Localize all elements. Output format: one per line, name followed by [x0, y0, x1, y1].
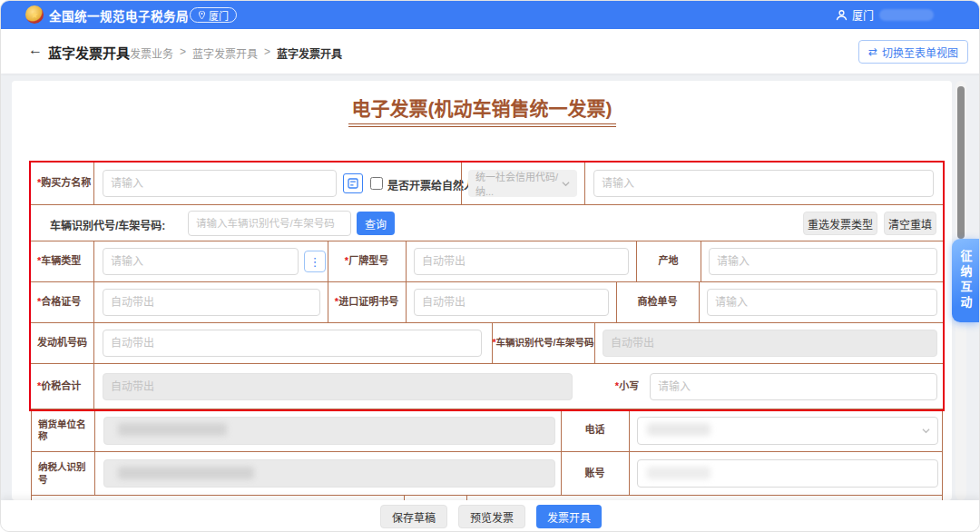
- location-label: 厦门: [209, 8, 229, 23]
- vehicle-type-input[interactable]: [103, 248, 299, 275]
- preview-invoice-button[interactable]: 预览发票: [458, 505, 525, 528]
- total-row: 价税合计 小写: [31, 364, 943, 409]
- certificate-label: 合格证号: [31, 282, 94, 322]
- invoice-form-table: 购买方名称 是否开票给自然人 统一社会信用代码/纳... 车辆识别代号/车架号码…: [31, 163, 943, 500]
- total-input: [103, 373, 573, 400]
- origin-label: 产地: [636, 241, 701, 281]
- taxpayer-row: 纳税人识别号 账号: [31, 452, 943, 496]
- breadcrumb: 发票业务 > 蓝字发票开具 > 蓝字发票开具: [130, 45, 342, 61]
- user-icon: [836, 9, 848, 21]
- vehicle-type-row: 车辆类型 ⋮ 厂牌型号 产地: [31, 241, 943, 282]
- redacted-text: [118, 467, 254, 479]
- breadcrumb-separator: >: [180, 45, 186, 61]
- import-cert-label: 进口证明书号: [328, 282, 407, 322]
- inspection-input[interactable]: [707, 289, 937, 316]
- redacted-text: [647, 423, 710, 436]
- id-type-value: 统一社会信用代码/纳...: [475, 169, 562, 198]
- invoice-panel: 电子发票(机动车销售统一发票) 购买方名称 是否开票给自然人 统一社会信用代码/…: [12, 81, 952, 500]
- switch-view-icon: ⇄: [868, 45, 877, 58]
- certificate-input[interactable]: [103, 289, 320, 316]
- engine-no-label: 发动机号码: [31, 323, 94, 363]
- cell-divider: [461, 163, 462, 204]
- chevron-down-icon: [562, 180, 570, 188]
- redacted-text: [879, 9, 934, 21]
- more-options-button[interactable]: ⋮: [304, 251, 326, 272]
- national-emblem-icon: ★: [25, 5, 44, 24]
- account-label: 账号: [561, 452, 630, 495]
- query-button[interactable]: 查询: [357, 212, 395, 235]
- chevron-down-icon: [922, 427, 930, 435]
- id-type-select[interactable]: 统一社会信用代码/纳...: [468, 170, 577, 197]
- reselect-invoice-type-button[interactable]: 重选发票类型: [803, 212, 877, 235]
- top-bar: ★ 全国统一规范电子税务局 厦门 厦门: [1, 1, 980, 29]
- seller-row: 销货单位名称 电话: [31, 409, 943, 452]
- natural-person-checkbox[interactable]: [370, 177, 383, 190]
- more-options-icon: ⋮: [309, 255, 321, 269]
- import-cert-input[interactable]: [414, 289, 609, 316]
- vehicle-type-label: 车辆类型: [31, 241, 94, 281]
- taxpayer-id-label: 纳税人识别号: [32, 452, 95, 495]
- vin-search-input[interactable]: [188, 211, 351, 236]
- engine-row: 发动机号码 车辆识别代号/车架号码: [31, 323, 943, 364]
- app-window: ★ 全国统一规范电子税务局 厦门 厦门 ← 蓝字发票开具 发票业务 > 蓝字发票…: [0, 0, 980, 532]
- redacted-text: [647, 467, 710, 479]
- figures-label: 小写: [608, 364, 646, 409]
- buyer-name-label: 购买方名称: [31, 163, 94, 204]
- select-buyer-button[interactable]: [343, 173, 363, 193]
- switch-form-view-button[interactable]: ⇄ 切换至表单视图: [858, 40, 968, 64]
- footer-action-bar: 保存草稿 预览发票 发票开具: [1, 500, 980, 532]
- vin-label: 车辆识别代号/车架号码: [492, 323, 595, 363]
- buyer-row: 购买方名称 是否开票给自然人 统一社会信用代码/纳...: [31, 163, 943, 205]
- vin-search-row: 车辆识别代号/车架号码: 查询 重选发票类型 清空重填: [31, 205, 943, 241]
- breadcrumb-separator: >: [264, 45, 270, 61]
- interaction-side-tab[interactable]: 征纳互动: [952, 239, 979, 322]
- total-label: 价税合计: [31, 364, 94, 409]
- vin-input: [603, 330, 937, 357]
- buyer-name-input[interactable]: [103, 170, 337, 197]
- page-title: 蓝字发票开具: [48, 43, 130, 62]
- sub-header: ← 蓝字发票开具 发票业务 > 蓝字发票开具 > 蓝字发票开具 ⇄ 切换至表单视…: [1, 29, 980, 74]
- issue-invoice-button[interactable]: 发票开具: [536, 505, 602, 528]
- phone-label: 电话: [561, 409, 630, 451]
- vin-search-label: 车辆识别代号/车架号码:: [50, 217, 165, 232]
- seller-name-label: 销货单位名称: [32, 409, 95, 451]
- scrollbar-thumb[interactable]: [957, 86, 965, 239]
- brand-model-label: 厂牌型号: [328, 241, 407, 281]
- figures-input[interactable]: [650, 373, 937, 400]
- location-pin-icon: [198, 11, 206, 19]
- breadcrumb-item[interactable]: 发票业务: [130, 45, 173, 61]
- breadcrumb-item[interactable]: 蓝字发票开具: [192, 45, 258, 61]
- user-area[interactable]: 厦门: [836, 1, 874, 29]
- back-arrow-icon[interactable]: ←: [28, 42, 43, 58]
- switch-view-label: 切换至表单视图: [882, 44, 958, 60]
- app-title: 全国统一规范电子税务局: [49, 1, 189, 29]
- origin-input[interactable]: [709, 248, 937, 275]
- clear-refill-button[interactable]: 清空重填: [884, 212, 936, 235]
- save-draft-button[interactable]: 保存草稿: [380, 505, 447, 528]
- buyer-id-number-input[interactable]: [593, 170, 934, 197]
- user-name: 厦门: [852, 7, 874, 23]
- inspection-label: 商检单号: [616, 282, 700, 322]
- engine-no-input[interactable]: [103, 330, 482, 357]
- redacted-text: [118, 423, 227, 436]
- cell-divider: [584, 163, 585, 204]
- certificate-row: 合格证号 进口证明书号 商检单号: [31, 282, 943, 323]
- location-badge[interactable]: 厦门: [190, 7, 237, 23]
- select-buyer-icon: [348, 178, 358, 189]
- invoice-title: 电子发票(机动车销售统一发票): [348, 94, 616, 127]
- brand-model-input[interactable]: [414, 248, 629, 275]
- breadcrumb-item-current: 蓝字发票开具: [277, 45, 342, 61]
